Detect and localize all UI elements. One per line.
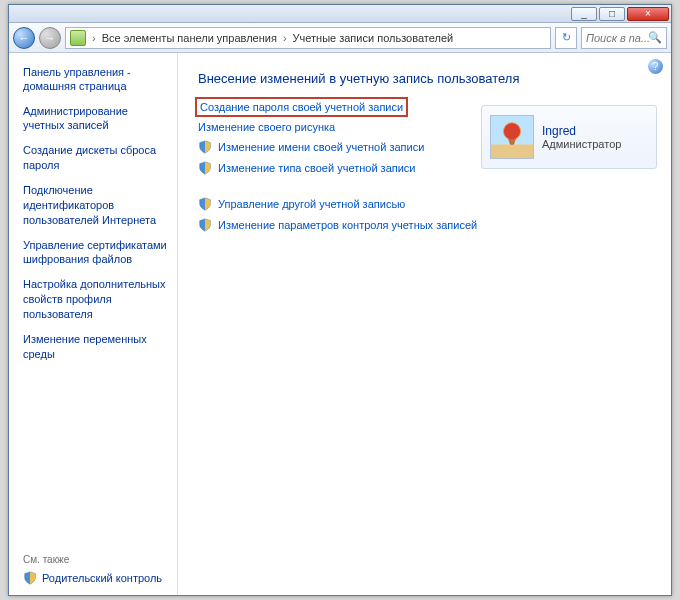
action-label: Управление другой учетной записью — [218, 198, 405, 210]
shield-icon — [198, 197, 212, 211]
action-label: Изменение своего рисунка — [198, 121, 335, 133]
parental-control-label: Родительский контроль — [42, 572, 162, 584]
user-role: Администратор — [542, 138, 621, 150]
sidebar-footer: См. также Родительский контроль — [23, 554, 162, 585]
action-label: Изменение типа своей учетной записи — [218, 162, 416, 174]
user-card: Ingred Администратор — [481, 105, 657, 169]
control-panel-icon — [70, 30, 86, 46]
sidebar-item-admin-accounts[interactable]: Администрирование учетных записей — [23, 104, 169, 134]
refresh-button[interactable]: ↻ — [555, 27, 577, 49]
forward-button[interactable]: → — [39, 27, 61, 49]
control-panel-window: _ □ × ← → › Все элементы панели управлен… — [8, 4, 672, 596]
avatar — [490, 115, 534, 159]
maximize-button[interactable]: □ — [599, 7, 625, 21]
navigation-bar: ← → › Все элементы панели управления › У… — [9, 23, 671, 53]
sidebar-item-advanced-profile[interactable]: Настройка дополнительных свойств профиля… — [23, 277, 169, 322]
back-button[interactable]: ← — [13, 27, 35, 49]
sidebar-parental-control[interactable]: Родительский контроль — [23, 571, 162, 585]
shield-icon — [198, 161, 212, 175]
close-button[interactable]: × — [627, 7, 669, 21]
sidebar: Панель управления - домашняя страница Ад… — [9, 53, 178, 595]
action-manage-other-account[interactable]: Управление другой учетной записью — [198, 197, 661, 211]
action-label: Изменение параметров контроля учетных за… — [218, 219, 477, 231]
user-info: Ingred Администратор — [542, 124, 621, 150]
main-content: ? Внесение изменений в учетную запись по… — [178, 53, 671, 595]
sidebar-home-link[interactable]: Панель управления - домашняя страница — [23, 65, 169, 94]
sidebar-item-encryption-certs[interactable]: Управление сертификатами шифрования файл… — [23, 238, 169, 268]
chevron-right-icon: › — [283, 32, 287, 44]
action-label: Изменение имени своей учетной записи — [218, 141, 424, 153]
balloon-icon — [491, 115, 533, 159]
sidebar-item-env-vars[interactable]: Изменение переменных среды — [23, 332, 169, 362]
search-box[interactable]: 🔍 — [581, 27, 667, 49]
body: Панель управления - домашняя страница Ад… — [9, 53, 671, 595]
action-uac-settings[interactable]: Изменение параметров контроля учетных за… — [198, 218, 661, 232]
search-icon: 🔍 — [648, 31, 662, 44]
sidebar-item-online-ids[interactable]: Подключение идентификаторов пользователе… — [23, 183, 169, 228]
action-label: Создание пароля своей учетной записи — [200, 101, 403, 113]
action-create-password[interactable]: Создание пароля своей учетной записи — [198, 100, 405, 114]
window-controls: _ □ × — [571, 7, 669, 21]
breadcrumb[interactable]: › Все элементы панели управления › Учетн… — [65, 27, 551, 49]
breadcrumb-item-all[interactable]: Все элементы панели управления — [102, 32, 277, 44]
sidebar-item-password-reset-disk[interactable]: Создание дискеты сброса пароля — [23, 143, 169, 173]
see-also-label: См. также — [23, 554, 162, 565]
breadcrumb-item-accounts[interactable]: Учетные записи пользователей — [293, 32, 454, 44]
help-button[interactable]: ? — [648, 59, 663, 74]
shield-icon — [198, 218, 212, 232]
minimize-button[interactable]: _ — [571, 7, 597, 21]
page-title: Внесение изменений в учетную запись поль… — [198, 71, 661, 86]
shield-icon — [198, 140, 212, 154]
shield-icon — [23, 571, 37, 585]
chevron-right-icon: › — [92, 32, 96, 44]
titlebar: _ □ × — [9, 5, 671, 23]
user-name: Ingred — [542, 124, 621, 138]
svg-rect-1 — [491, 145, 533, 158]
refresh-icon: ↻ — [562, 31, 571, 44]
